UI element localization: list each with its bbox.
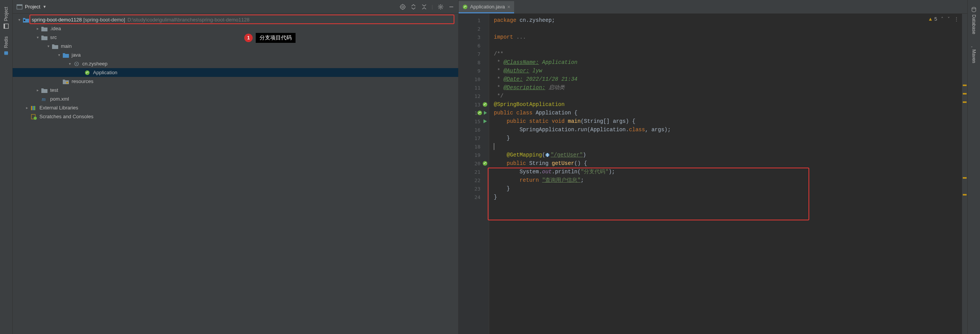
tree-root-module: [spring-boot-demo]: [83, 17, 125, 23]
error-stripe[interactable]: [962, 14, 967, 334]
chevron-icon[interactable]: ▾: [46, 44, 51, 49]
chevron-down-icon[interactable]: ▾: [16, 17, 22, 23]
gutter-line[interactable]: 20: [459, 159, 489, 168]
close-icon[interactable]: ×: [507, 4, 510, 10]
warning-icon: ▲: [928, 16, 933, 22]
code-area[interactable]: package cn.zysheep;import .../** * @Clas…: [489, 14, 967, 334]
gutter-line[interactable]: 14: [459, 109, 489, 117]
tree-node[interactable]: ▸test: [13, 86, 458, 94]
collapse-all-icon[interactable]: [421, 4, 427, 10]
chevron-icon[interactable]: [56, 79, 62, 84]
chevron-icon[interactable]: ▸: [35, 26, 40, 31]
project-dropdown-icon[interactable]: ▼: [42, 5, 46, 9]
chevron-icon[interactable]: [24, 114, 29, 119]
tree-node-label: main: [61, 43, 72, 49]
right-tab-maven[interactable]: m Maven: [970, 38, 978, 67]
right-tab-database[interactable]: Database: [970, 3, 978, 38]
code-line[interactable]: */: [494, 92, 967, 100]
gutter-line[interactable]: 22: [459, 176, 489, 184]
left-tab-redis[interactable]: Redis: [2, 33, 10, 60]
chevron-icon[interactable]: [78, 70, 83, 75]
warning-count: 5: [934, 16, 937, 22]
code-line[interactable]: [494, 41, 967, 50]
gutter-line[interactable]: 8: [459, 58, 489, 67]
tree-node[interactable]: ▾src: [13, 33, 458, 42]
gutter-line[interactable]: 9: [459, 67, 489, 75]
chevron-down-icon[interactable]: ˅: [947, 16, 950, 22]
tree-node[interactable]: ▾cn.zysheep: [13, 59, 458, 68]
editor-inspections[interactable]: ▲5 ˄ ˅ ⋮: [928, 16, 959, 22]
tree-node[interactable]: ▾java: [13, 51, 458, 59]
right-tab-database-label: Database: [971, 15, 977, 34]
chevron-up-icon[interactable]: ˄: [941, 16, 944, 22]
run-icon[interactable]: [482, 118, 488, 124]
gutter-line[interactable]: 1: [459, 16, 489, 24]
gutter-line[interactable]: 16: [459, 125, 489, 134]
more-icon[interactable]: ⋮: [954, 16, 959, 22]
gutter-line[interactable]: 17: [459, 134, 489, 142]
gutter-line[interactable]: 15: [459, 117, 489, 125]
tree-root[interactable]: ▾ spring-boot-demo1128 [spring-boot-demo…: [13, 15, 458, 24]
expand-all-icon[interactable]: [410, 4, 416, 10]
gutter-line[interactable]: 21: [459, 168, 489, 176]
svg-point-34: [463, 5, 467, 9]
chevron-icon[interactable]: [35, 96, 40, 102]
code-line[interactable]: * @ClassName: Application: [494, 58, 967, 67]
tree-node[interactable]: resources: [13, 77, 458, 86]
minimize-icon[interactable]: [448, 4, 454, 10]
svg-point-26: [85, 70, 90, 75]
code-line[interactable]: [494, 142, 967, 151]
code-line[interactable]: import ...: [494, 33, 967, 41]
tree-node-label: test: [50, 87, 58, 93]
code-line[interactable]: * @Author: lyw: [494, 67, 967, 75]
tree-node[interactable]: Application: [13, 68, 458, 77]
editor-tab-application[interactable]: Application.java ×: [459, 1, 514, 13]
svg-rect-23: [24, 20, 25, 21]
code-line[interactable]: @SpringBootApplication: [494, 100, 967, 109]
gutter-line[interactable]: 24: [459, 193, 489, 201]
code-line[interactable]: * @Description: 启动类: [494, 83, 967, 92]
code-line[interactable]: * @Date: 2022/11/28 21:34: [494, 75, 967, 83]
code-line[interactable]: public class Application {: [494, 109, 967, 117]
code-line[interactable]: package cn.zysheep;: [494, 16, 967, 24]
code-line[interactable]: [494, 24, 967, 33]
left-tool-strip: Project Redis: [0, 0, 13, 334]
tree-node[interactable]: Scratches and Consoles: [13, 112, 458, 121]
project-panel-title[interactable]: Project: [25, 4, 40, 10]
chevron-icon[interactable]: ▸: [24, 105, 29, 111]
code-line[interactable]: public String getUser() {: [494, 159, 967, 168]
left-tab-project[interactable]: Project: [2, 3, 10, 33]
editor-tab-label: Application.java: [470, 4, 505, 10]
tree-node[interactable]: ▾main: [13, 42, 458, 51]
gutter-line[interactable]: 3: [459, 33, 489, 41]
code-line[interactable]: }: [494, 134, 967, 142]
chevron-icon[interactable]: ▸: [35, 88, 40, 93]
gutter-line[interactable]: 19: [459, 151, 489, 159]
gear-icon[interactable]: [438, 4, 444, 10]
gutter-line[interactable]: 10: [459, 75, 489, 83]
code-line[interactable]: public static void main(String[] args) {: [494, 117, 967, 125]
gutter-line[interactable]: 11: [459, 83, 489, 92]
chevron-icon[interactable]: ▾: [56, 52, 62, 58]
code-line[interactable]: @GetMapping("/getUser"): [494, 151, 967, 159]
target-icon[interactable]: [400, 4, 406, 10]
gutter-line[interactable]: 12: [459, 92, 489, 100]
code-line[interactable]: SpringApplication.run(Application.class,…: [494, 125, 967, 134]
gutter-line[interactable]: 23: [459, 184, 489, 193]
editor-gutter[interactable]: 1236789101112131415161718192021222324: [459, 14, 489, 334]
gutter-line[interactable]: 2: [459, 24, 489, 33]
gutter-line[interactable]: 6: [459, 41, 489, 50]
tree-node[interactable]: ▸External Libraries: [13, 103, 458, 112]
gutter-line[interactable]: 18: [459, 142, 489, 151]
chevron-icon[interactable]: ▾: [35, 35, 40, 40]
tree-node[interactable]: ▸.idea: [13, 24, 458, 33]
project-tree[interactable]: ▾ spring-boot-demo1128 [spring-boot-demo…: [13, 14, 458, 334]
run-spring-icon[interactable]: [477, 110, 488, 116]
tree-node[interactable]: mpom.xml: [13, 94, 458, 103]
code-line[interactable]: /**: [494, 50, 967, 58]
spring-icon[interactable]: [482, 101, 488, 108]
gutter-line[interactable]: 7: [459, 50, 489, 58]
spring-icon[interactable]: [482, 160, 488, 166]
chevron-icon[interactable]: ▾: [67, 61, 72, 67]
gutter-line[interactable]: 13: [459, 100, 489, 109]
